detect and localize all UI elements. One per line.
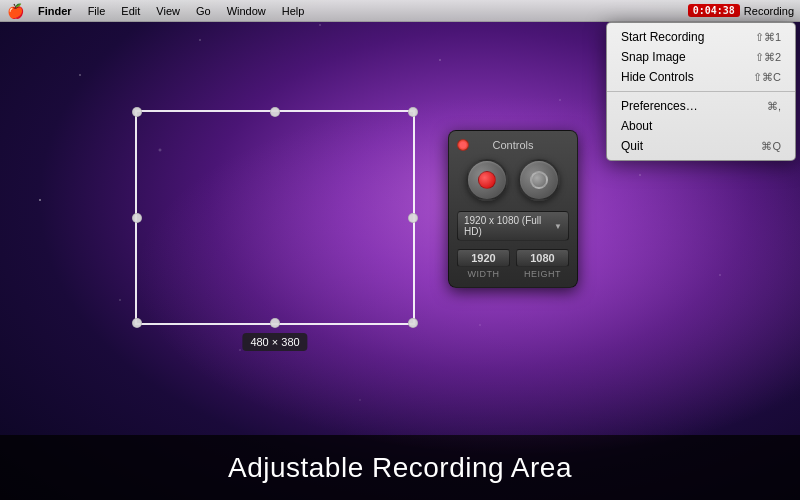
controls-buttons [457, 159, 569, 201]
resolution-value: 1920 x 1080 (Full HD) [464, 215, 554, 237]
controls-title: Controls [493, 139, 534, 151]
controls-close-button[interactable] [457, 139, 469, 151]
menu-hide-controls[interactable]: Hide Controls ⇧⌘C [607, 67, 795, 87]
snap-icon [530, 171, 548, 189]
menu-about[interactable]: About [607, 116, 795, 136]
bottom-caption: Adjustable Recording Area [0, 435, 800, 500]
height-value[interactable]: 1080 [516, 249, 569, 267]
context-menu: Start Recording ⇧⌘1 Snap Image ⇧⌘2 Hide … [606, 22, 796, 161]
menubar: 🍎 Finder File Edit View Go Window Help 0… [0, 0, 800, 22]
menu-snap-image[interactable]: Snap Image ⇧⌘2 [607, 47, 795, 67]
handle-bot-left[interactable] [132, 318, 142, 328]
selection-box[interactable]: 480 × 380 [135, 110, 415, 325]
resolution-dropdown[interactable]: 1920 x 1080 (Full HD) ▼ [457, 211, 569, 241]
apple-menu[interactable]: 🍎 [0, 0, 30, 22]
height-label: HEIGHT [516, 269, 569, 279]
menu-quit[interactable]: Quit ⌘Q [607, 136, 795, 156]
menu-file[interactable]: File [80, 0, 114, 22]
record-button[interactable] [466, 159, 508, 201]
menu-window[interactable]: Window [219, 0, 274, 22]
dimension-fields: 1920 WIDTH 1080 HEIGHT [457, 249, 569, 279]
caption-text: Adjustable Recording Area [228, 452, 572, 484]
timer-badge: 0:04:38 [688, 4, 740, 17]
menu-view[interactable]: View [148, 0, 188, 22]
controls-title-bar: Controls [457, 139, 569, 151]
recording-label: Recording [744, 5, 794, 17]
menu-separator-1 [607, 91, 795, 92]
menu-edit[interactable]: Edit [113, 0, 148, 22]
snap-button[interactable] [518, 159, 560, 201]
handle-mid-left[interactable] [132, 213, 142, 223]
handle-bot-right[interactable] [408, 318, 418, 328]
width-field: 1920 WIDTH [457, 249, 510, 279]
width-label: WIDTH [457, 269, 510, 279]
handle-top-left[interactable] [132, 107, 142, 117]
menu-go[interactable]: Go [188, 0, 219, 22]
handle-top-right[interactable] [408, 107, 418, 117]
width-value[interactable]: 1920 [457, 249, 510, 267]
controls-panel: Controls 1920 x 1080 (Full HD) ▼ 1920 WI… [448, 130, 578, 288]
handle-bot-mid[interactable] [270, 318, 280, 328]
handle-top-mid[interactable] [270, 107, 280, 117]
menu-start-recording[interactable]: Start Recording ⇧⌘1 [607, 27, 795, 47]
record-icon [478, 171, 496, 189]
menu-help[interactable]: Help [274, 0, 313, 22]
menu-finder[interactable]: Finder [30, 0, 80, 22]
menubar-right: 0:04:38 Recording [688, 4, 800, 17]
chevron-down-icon: ▼ [554, 222, 562, 231]
desktop: 🍎 Finder File Edit View Go Window Help 0… [0, 0, 800, 500]
height-field: 1080 HEIGHT [516, 249, 569, 279]
menu-preferences[interactable]: Preferences… ⌘, [607, 96, 795, 116]
size-label: 480 × 380 [242, 333, 307, 351]
handle-mid-right[interactable] [408, 213, 418, 223]
